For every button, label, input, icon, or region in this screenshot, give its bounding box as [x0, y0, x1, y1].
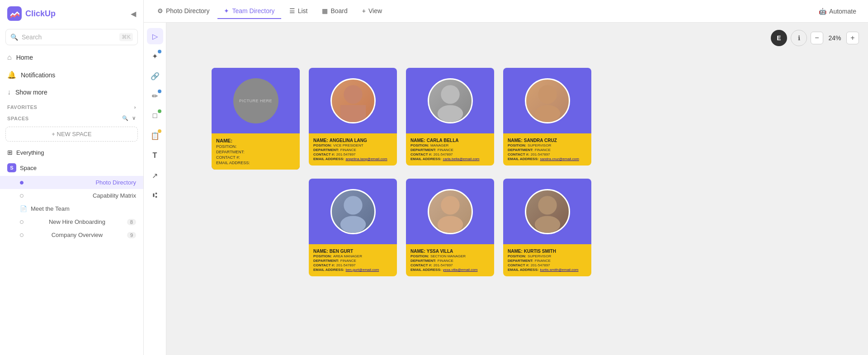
expand-spaces-icon[interactable]: ∨ [132, 115, 136, 121]
person-name-sandra: NAME: SANDRA CRUZ [508, 138, 587, 143]
person-photo-area-sandra [503, 68, 591, 133]
shape-icon: □ [153, 112, 157, 120]
template-email-field: EMAIL ADDRESS: [216, 161, 295, 165]
home-label: Home [16, 54, 33, 61]
link-tool[interactable]: 🔗 [147, 68, 163, 84]
search-bar[interactable]: 🔍 Search ⌘K [5, 29, 138, 45]
person-photo-carla [428, 78, 473, 123]
bell-icon: 🔔 [7, 71, 16, 79]
automate-label: Automate [829, 8, 856, 15]
tab-team-directory[interactable]: ✦ Team Directory [217, 4, 281, 19]
inactive-dot [20, 194, 24, 198]
person-info-sandra: NAME: SANDRA CRUZ POSITION: SUPERVISOR D… [503, 133, 591, 166]
zoom-in-button[interactable]: + [846, 32, 859, 44]
show-more-label: Show more [15, 89, 47, 96]
sidebar-item-everything[interactable]: ⊞ Everything [0, 145, 143, 160]
canvas-content[interactable]: E ℹ − 24% + PICTURE HERE [166, 23, 868, 355]
person-card-angelina: NAME: ANGELINA LANG POSITION: VICE PRESI… [309, 68, 397, 166]
sidebar-item-space[interactable]: S Space [0, 160, 143, 176]
logo-icon [7, 6, 22, 21]
person-photo-area-carla [406, 68, 494, 133]
connect-icon: ⑆ [153, 191, 157, 199]
sidebar-item-photo-directory[interactable]: Photo Directory [0, 176, 143, 189]
inactive-dot2 [20, 220, 24, 224]
person-photo-ben [330, 189, 376, 234]
person-photo-angelina [330, 78, 376, 123]
text-icon: T [153, 151, 157, 160]
sidebar-header: ClickUp ◀ [0, 0, 143, 27]
logo: ClickUp [7, 6, 56, 21]
sidebar-item-show-more[interactable]: ↓ Show more [0, 84, 143, 101]
shape-tool[interactable]: □ [147, 108, 163, 124]
person-photo-area-angelina [309, 68, 397, 133]
connect-tool[interactable]: ⑆ [147, 187, 163, 204]
user-avatar[interactable]: E [771, 30, 787, 46]
pencil-tool[interactable]: ✏ [147, 88, 163, 104]
tab-list[interactable]: ☰ List [283, 4, 314, 19]
favorites-expand[interactable]: › [134, 104, 136, 110]
info-button[interactable]: ℹ [791, 30, 807, 46]
search-spaces-icon[interactable]: 🔍 [122, 115, 129, 121]
cards-row-1: PICTURE HERE NAME: POSITION: DEPARTMENT:… [212, 68, 859, 170]
spaces-controls[interactable]: 🔍 ∨ [122, 115, 136, 121]
template-photo-area: PICTURE HERE [212, 68, 300, 133]
photo-directory-label: Photo Directory [95, 179, 136, 186]
team-icon: ✦ [224, 7, 229, 14]
sidebar-item-new-hire[interactable]: New Hire Onboarding 8 [0, 215, 143, 228]
link-icon: 🔗 [151, 72, 160, 80]
sidebar-item-home[interactable]: ⌂ Home [0, 49, 143, 66]
company-overview-label: Company Overview [52, 232, 103, 238]
note-tool[interactable]: 📋 [147, 128, 163, 144]
tab-view[interactable]: + View [356, 4, 388, 19]
note-icon: 📋 [151, 132, 160, 140]
person-email-angelina: EMAIL ADDRESS: angelina.lang@email.com [313, 157, 392, 161]
svg-point-9 [340, 216, 365, 233]
sparkle-icon: ✦ [152, 52, 158, 61]
template-position-field: POSITION: [216, 144, 295, 149]
canvas-area: ▷ ✦ 🔗 ✏ □ 📋 T ↗ [144, 23, 868, 355]
add-tool[interactable]: ✦ [147, 48, 163, 64]
template-info: NAME: POSITION: DEPARTMENT: CONTACT #: E… [212, 133, 300, 170]
cards-row-2: NAME: BEN GURT POSITION: AREA MANAGER DE… [309, 179, 859, 276]
cursor-tool[interactable]: ▷ [147, 28, 163, 44]
person-info-ben: NAME: BEN GURT POSITION: AREA MANAGER DE… [309, 244, 397, 276]
person-dept-angelina: DEPARTMENT: FINANCE [313, 148, 392, 152]
person-name-kurtis: NAME: KURTIS SMITH [508, 249, 587, 254]
collapse-button[interactable]: ◀ [131, 9, 136, 18]
capability-matrix-label: Capability Matrix [93, 192, 136, 199]
view-tab-label: View [368, 7, 382, 14]
team-dir-tab-label: Team Directory [232, 7, 274, 14]
sidebar-item-meet-the-team[interactable]: 📄 Meet the Team [0, 202, 143, 215]
zoom-controls: E ℹ − 24% + [771, 30, 859, 46]
list-icon: ☰ [289, 7, 295, 14]
main-area: ⚙ Photo Directory ✦ Team Directory ☰ Lis… [144, 0, 868, 355]
sidebar-item-company-overview[interactable]: Company Overview 9 [0, 228, 143, 241]
person-name-carla: NAME: CARLA BELLA [410, 138, 490, 143]
person-card-kurtis: NAME: KURTIS SMITH POSITION: SUPERVISOR … [503, 179, 591, 276]
text-tool[interactable]: T [147, 147, 163, 164]
tab-board[interactable]: ▦ Board [316, 4, 354, 19]
search-icon: 🔍 [10, 33, 18, 41]
toolbar: ▷ ✦ 🔗 ✏ □ 📋 T ↗ [144, 23, 166, 355]
sidebar-item-capability-matrix[interactable]: Capability Matrix [0, 189, 143, 202]
tab-photo-directory[interactable]: ⚙ Photo Directory [151, 4, 216, 19]
notifications-label: Notifications [21, 71, 55, 79]
person-photo-area-ben [309, 179, 397, 244]
automate-icon: 🤖 [819, 8, 826, 15]
person-name-ben: NAME: BEN GURT [313, 249, 392, 254]
automate-button[interactable]: 🤖 Automate [814, 5, 861, 18]
spaces-label: SPACES [7, 116, 29, 121]
arrow-tool[interactable]: ↗ [147, 167, 163, 184]
person-card-yssa: NAME: YSSA VILLA POSITION: SECTION MANAG… [406, 179, 494, 276]
meet-the-team-label: Meet the Team [31, 205, 70, 212]
new-space-button[interactable]: + NEW SPACE [5, 127, 138, 142]
arrow-down-icon: ↓ [7, 88, 11, 96]
sidebar-item-notifications[interactable]: 🔔 Notifications [0, 66, 143, 84]
template-contact-field: CONTACT #: [216, 155, 295, 160]
person-position-angelina: POSITION: VICE PRESIDENT [313, 143, 392, 147]
sidebar: ClickUp ◀ 🔍 Search ⌘K ⌂ Home 🔔 Notificat… [0, 0, 144, 355]
zoom-level: 24% [827, 34, 843, 42]
person-photo-sandra [525, 78, 570, 123]
person-contact-angelina: CONTACT #: 201-547897 [313, 152, 392, 156]
zoom-out-button[interactable]: − [811, 32, 823, 44]
